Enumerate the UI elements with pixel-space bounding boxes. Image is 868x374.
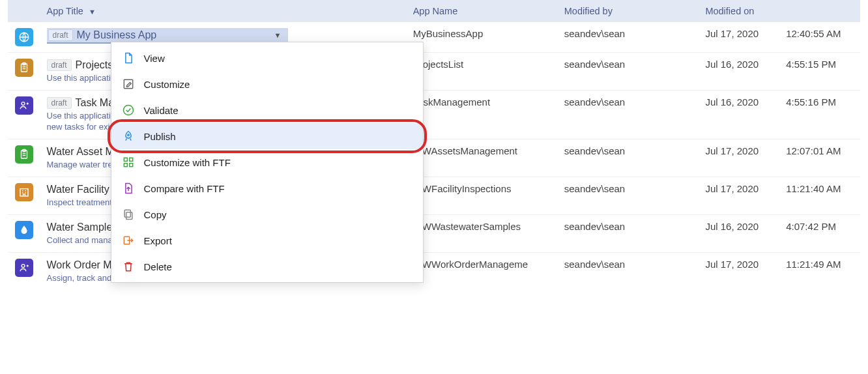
cell-modtime: 12:40:55 AM: [779, 22, 860, 53]
col-app-title[interactable]: App Title ▼: [40, 0, 407, 22]
cell-appname: WWAssetsManagement: [407, 139, 558, 177]
svg-point-17: [22, 264, 25, 267]
menu-item-label: View: [144, 53, 165, 64]
cell-modtime: 12:07:01 AM: [779, 139, 860, 177]
chevron-down-icon: ▼: [274, 31, 284, 39]
cell-modby: seandev\sean: [558, 90, 699, 139]
menu-item-validate[interactable]: Validate: [111, 97, 423, 123]
menu-item-label: Compare with FTF: [144, 183, 225, 194]
cell-moddate: Jul 17, 2020: [699, 177, 779, 214]
col-app-title-label: App Title: [47, 6, 83, 16]
check-icon: [122, 104, 135, 117]
pencil-icon: [122, 78, 135, 91]
app-icon-cell: [8, 53, 40, 91]
menu-item-compare-with-ftf[interactable]: Compare with FTF: [111, 175, 423, 201]
building-icon: [15, 183, 33, 201]
cell-modtime: 4:07:42 PM: [779, 214, 860, 252]
table-row[interactable]: draftMy Business App▼ViewCustomizeValida…: [8, 22, 860, 53]
cell-modby: seandev\sean: [558, 177, 699, 214]
app-icon-cell: [8, 177, 40, 214]
app-icon-cell: [8, 90, 40, 139]
cell-appname: WWFacilityInspections: [407, 177, 558, 214]
app-icon-cell: [8, 139, 40, 177]
cell-appname: TaskManagement: [407, 90, 558, 139]
menu-item-customize[interactable]: Customize: [111, 71, 423, 97]
app-title-text: My Business App: [77, 29, 157, 41]
col-icon: [8, 0, 40, 22]
cell-modby: seandev\sean: [558, 22, 699, 53]
menu-item-publish[interactable]: Publish: [111, 123, 423, 149]
col-app-name[interactable]: App Name: [407, 0, 558, 22]
cell-modby: seandev\sean: [558, 53, 699, 91]
menu-item-label: Validate: [144, 105, 179, 116]
menu-item-view[interactable]: View: [111, 45, 423, 71]
docup-icon: [122, 182, 135, 195]
draft-badge: draft: [47, 97, 72, 109]
menu-item-delete[interactable]: Delete: [111, 253, 423, 280]
rocket-icon: [122, 130, 135, 143]
cell-modby: seandev\sean: [558, 214, 699, 252]
draft-badge: draft: [47, 59, 72, 71]
menu-item-label: Delete: [144, 261, 172, 272]
app-title-cell: draftMy Business App▼ViewCustomizeValida…: [40, 22, 407, 53]
cell-appname: WWWorkOrderManageme: [407, 252, 558, 289]
menu-item-label: Copy: [144, 209, 167, 220]
cell-moddate: Jul 16, 2020: [699, 214, 779, 252]
clipboard-icon: [15, 145, 33, 164]
copy-icon: [122, 208, 135, 221]
cell-appname: ProjectsList: [407, 53, 558, 91]
user-icon: [15, 96, 33, 115]
col-modified-time: [779, 0, 860, 22]
svg-rect-4: [124, 158, 127, 161]
svg-rect-5: [129, 158, 132, 161]
cell-moddate: Jul 16, 2020: [699, 90, 779, 139]
menu-item-label: Customize: [144, 79, 190, 90]
svg-rect-9: [124, 210, 130, 217]
apps-table: App Title ▼ App Name Modified by Modifie…: [8, 0, 860, 289]
app-icon-cell: [8, 22, 40, 53]
svg-rect-6: [124, 164, 127, 167]
cell-modtime: 11:21:40 AM: [779, 177, 860, 214]
cell-modtime: 4:55:15 PM: [779, 53, 860, 91]
cell-modby: seandev\sean: [558, 252, 699, 289]
globe-icon: [15, 28, 33, 46]
svg-point-2: [123, 106, 133, 115]
menu-item-label: Customize with FTF: [144, 157, 231, 168]
menu-item-label: Export: [144, 235, 172, 246]
svg-rect-7: [129, 164, 132, 167]
svg-rect-16: [20, 188, 28, 195]
cell-modtime: 11:21:49 AM: [779, 252, 860, 289]
clipboard-icon: [15, 59, 33, 77]
cell-modby: seandev\sean: [558, 139, 699, 177]
cell-moddate: Jul 17, 2020: [699, 22, 779, 53]
app-icon-cell: [8, 214, 40, 252]
cell-appname: MyBusinessApp: [407, 22, 558, 53]
export-icon: [122, 234, 135, 247]
cell-moddate: Jul 16, 2020: [699, 53, 779, 91]
cell-modtime: 4:55:16 PM: [779, 90, 860, 139]
svg-point-3: [127, 134, 129, 136]
app-icon-cell: [8, 252, 40, 289]
menu-item-label: Publish: [144, 131, 176, 142]
menu-item-export[interactable]: Export: [111, 227, 423, 253]
app-title-text: Water Samples: [47, 222, 118, 233]
cell-moddate: Jul 17, 2020: [699, 252, 779, 289]
cell-moddate: Jul 17, 2020: [699, 139, 779, 177]
col-modified-on[interactable]: Modified on: [699, 0, 779, 22]
context-menu: ViewCustomizeValidatePublishCustomize wi…: [111, 42, 424, 283]
svg-point-13: [22, 102, 25, 106]
table-header: App Title ▼ App Name Modified by Modifie…: [8, 0, 860, 22]
draft-badge: draft: [48, 29, 73, 41]
svg-rect-8: [126, 212, 132, 220]
user-icon: [15, 259, 33, 277]
drop-icon: [15, 221, 33, 239]
menu-item-customize-with-ftf[interactable]: Customize with FTF: [111, 149, 423, 175]
grid-icon: [122, 156, 135, 169]
cell-appname: WWWastewaterSamples: [407, 214, 558, 252]
sort-desc-icon: ▼: [89, 8, 96, 16]
col-modified-by[interactable]: Modified by: [558, 0, 699, 22]
menu-item-copy[interactable]: Copy: [111, 201, 423, 227]
trash-icon: [122, 260, 135, 273]
doc-icon: [122, 51, 135, 65]
